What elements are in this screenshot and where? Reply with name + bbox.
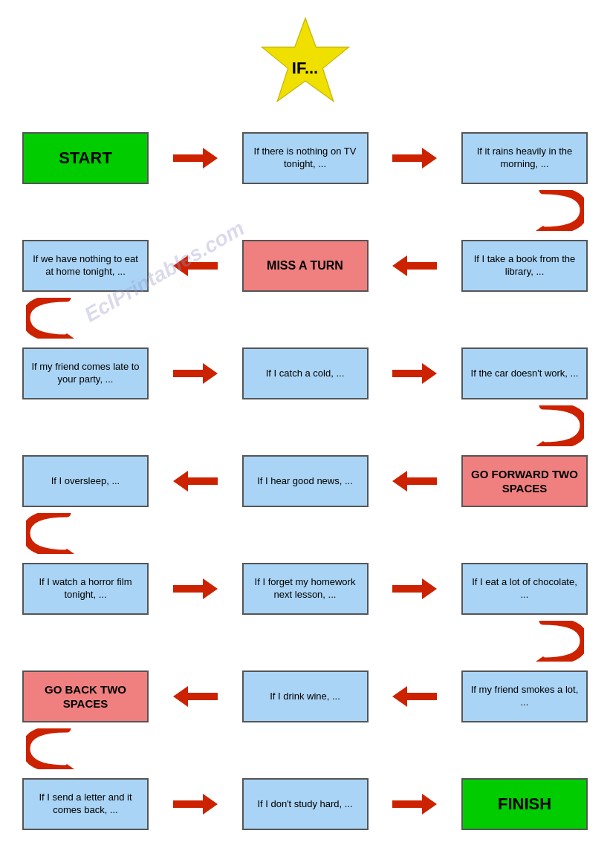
cell-r5c1: If I watch a horror film tonight, ... (22, 563, 149, 615)
cell-r5c2: If I forget my homework next lesson, ... (242, 563, 369, 615)
cell-start: START (22, 132, 149, 184)
star-container: IF... (0, 0, 610, 110)
board: START If there is nothing on TV tonight,… (0, 117, 610, 845)
arrow-left-4 (392, 471, 437, 492)
arc-right-1 (536, 190, 584, 234)
cell-go-back: GO BACK TWO SPACES (22, 670, 149, 722)
arc-left-3 (26, 728, 74, 772)
star-label: IF... (292, 47, 318, 76)
cell-r2c3: If I take a book from the library, ... (461, 240, 588, 292)
connector-left-2 (22, 515, 588, 555)
arc-left-1 (26, 298, 74, 342)
arrow-left-2 (392, 255, 437, 276)
cell-r4c1: If I oversleep, ... (22, 455, 149, 507)
cell-r7c1: If I send a letter and it comes back, ..… (22, 778, 149, 830)
connector-right-2 (22, 407, 588, 448)
cell-finish: FINISH (461, 778, 588, 830)
cell-r7c2: If I don't study hard, ... (242, 778, 369, 830)
connector-left-3 (22, 730, 588, 771)
connector-left-1 (22, 299, 588, 340)
row-2: If we have nothing to eat at home tonigh… (22, 232, 588, 299)
cell-r6c3: If my friend smokes a lot, ... (461, 670, 588, 722)
cell-r2c1: If we have nothing to eat at home tonigh… (22, 240, 149, 292)
cell-r5c3: If I eat a lot of chocolate, ... (461, 563, 588, 615)
connector-right-3 (22, 622, 588, 663)
arrow-right-5 (173, 578, 218, 599)
arrow-right-1 (173, 148, 218, 169)
row-1: START If there is nothing on TV tonight,… (22, 125, 588, 192)
arc-right-2 (536, 405, 584, 449)
arrow-right-7 (173, 794, 218, 815)
arrow-left-3 (173, 471, 218, 492)
arrow-right-4 (392, 363, 437, 384)
row-5: If I watch a horror film tonight, ... If… (22, 555, 588, 622)
row-4: If I oversleep, ... If I hear good news,… (22, 448, 588, 515)
cell-go-forward: GO FORWARD TWO SPACES (461, 455, 588, 507)
arc-right-3 (536, 621, 584, 665)
cell-miss-turn: MISS A TURN (242, 240, 369, 292)
connector-right-1 (22, 192, 588, 232)
cell-r3c1: If my friend comes late to your party, .… (22, 347, 149, 399)
cell-r6c2: If I drink wine, ... (242, 670, 369, 722)
cell-r4c2: If I hear good news, ... (242, 455, 369, 507)
arrow-right-8 (392, 794, 437, 815)
row-6: GO BACK TWO SPACES If I drink wine, ... … (22, 663, 588, 730)
arrow-left-1 (173, 255, 218, 276)
cell-r3c3: If the car doesn't work, ... (461, 347, 588, 399)
row-3: If my friend comes late to your party, .… (22, 340, 588, 407)
cell-r3c2: If I catch a cold, ... (242, 347, 369, 399)
arrow-left-5 (173, 686, 218, 707)
arrow-left-6 (392, 686, 437, 707)
row-7: If I send a letter and it comes back, ..… (22, 771, 588, 838)
cell-r1c2: If there is nothing on TV tonight, ... (242, 132, 369, 184)
cell-r1c3: If it rains heavily in the morning, ... (461, 132, 588, 184)
star-icon: IF... (257, 13, 354, 110)
arrow-right-2 (392, 148, 437, 169)
arrow-right-3 (173, 363, 218, 384)
arc-left-2 (26, 513, 74, 557)
arrow-right-6 (392, 578, 437, 599)
